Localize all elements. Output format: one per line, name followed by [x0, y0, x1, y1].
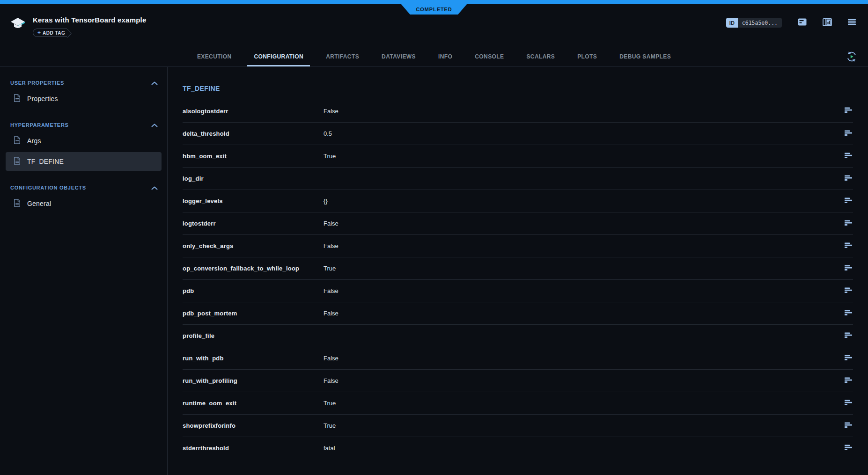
parameter-actions-button[interactable]: [842, 422, 853, 430]
tab-label: DATAVIEWS: [382, 53, 416, 60]
parameter-value: False: [324, 310, 842, 317]
parameter-row: logtostderr False: [183, 212, 853, 234]
parameter-actions-button[interactable]: [842, 130, 853, 138]
parameter-row: alsologtostderr False: [183, 100, 853, 122]
parameter-actions-button[interactable]: [842, 175, 853, 183]
section-title: TF_DEFINE: [183, 85, 853, 92]
sidebar-section: USER PROPERTIES Properties: [0, 78, 167, 108]
parameter-actions-button[interactable]: [842, 355, 853, 362]
parameter-actions-button[interactable]: [842, 242, 853, 250]
filter-lines-icon: [844, 107, 853, 115]
tab-artifacts[interactable]: ARTIFACTS: [319, 47, 366, 66]
parameter-row: pdb_post_mortem False: [183, 302, 853, 324]
parameter-key: logtostderr: [183, 220, 324, 227]
tab-console[interactable]: CONSOLE: [468, 47, 510, 66]
tab-label: ARTIFACTS: [326, 53, 359, 60]
parameter-key: run_with_pdb: [183, 355, 324, 362]
parameter-value: True: [324, 153, 842, 160]
parameter-key: log_dir: [183, 175, 324, 182]
tab-dataviews[interactable]: DATAVIEWS: [375, 47, 422, 66]
filter-lines-icon: [844, 445, 853, 452]
parameter-actions-button[interactable]: [842, 400, 853, 407]
plus-icon: +: [37, 29, 41, 36]
parameter-actions-button[interactable]: [842, 310, 853, 317]
id-chip-label: ID: [726, 18, 738, 28]
tab-debug-samples[interactable]: DEBUG SAMPLES: [613, 47, 677, 66]
parameter-actions-button[interactable]: [842, 153, 853, 160]
sidebar-item-args[interactable]: Args: [6, 132, 162, 150]
filter-lines-icon: [844, 310, 853, 317]
filter-lines-icon: [844, 242, 853, 250]
notes-button[interactable]: [798, 18, 807, 27]
parameter-value: True: [324, 400, 842, 407]
parameter-row: delta_threshold 0.5: [183, 122, 853, 145]
status-badge: COMPLETED: [401, 4, 467, 15]
parameter-row: stderrthreshold fatal: [183, 437, 853, 459]
parameter-row: runtime_oom_exit True: [183, 392, 853, 414]
parameter-key: alsologtostderr: [183, 108, 324, 115]
sidebar-item-tf-define[interactable]: TF_DEFINE: [6, 152, 162, 171]
parameter-actions-button[interactable]: [842, 377, 853, 385]
sidebar-item-label: TF_DEFINE: [27, 158, 64, 165]
parameter-actions-button[interactable]: [842, 445, 853, 452]
tab-plots[interactable]: PLOTS: [571, 47, 603, 66]
experiment-title: Keras with TensorBoard example: [33, 16, 146, 24]
sidebar-section-header[interactable]: HYPERPARAMETERS: [0, 120, 167, 130]
sidebar-item-general[interactable]: General: [6, 194, 162, 213]
parameter-list: alsologtostderr False delta_threshold 0.…: [183, 100, 853, 459]
tab-execution[interactable]: EXECUTION: [191, 47, 238, 66]
menu-button[interactable]: [848, 19, 856, 27]
parameter-actions-button[interactable]: [842, 107, 853, 115]
parameter-value: False: [324, 108, 842, 115]
chevron-up-icon[interactable]: [151, 183, 158, 192]
tab-label: SCALARS: [526, 53, 555, 60]
parameter-row: run_with_profiling False: [183, 369, 853, 392]
parameter-actions-button[interactable]: [842, 265, 853, 272]
filter-lines-icon: [844, 422, 853, 430]
parameter-key: pdb: [183, 287, 324, 294]
parameter-value: {}: [324, 197, 842, 205]
hamburger-menu-icon: [848, 19, 856, 27]
chevron-up-icon[interactable]: [151, 79, 158, 87]
sidebar-section-header[interactable]: USER PROPERTIES: [0, 78, 167, 88]
tab-bar-tabs: EXECUTION CONFIGURATION ARTIFACTS DATAVI…: [191, 47, 677, 66]
info-panel-toggle-button[interactable]: [823, 18, 832, 28]
filter-lines-icon: [844, 332, 853, 340]
tab-scalars[interactable]: SCALARS: [520, 47, 561, 66]
parameter-row: op_conversion_fallback_to_while_loop Tru…: [183, 257, 853, 279]
add-tag-button[interactable]: + ADD TAG: [33, 29, 67, 37]
sidebar-section-title: USER PROPERTIES: [10, 80, 64, 86]
tab-configuration[interactable]: CONFIGURATION: [247, 47, 310, 66]
parameter-actions-button[interactable]: [842, 287, 853, 295]
filter-lines-icon: [844, 355, 853, 362]
sidebar-section: CONFIGURATION OBJECTS General: [0, 183, 167, 213]
parameter-actions-button[interactable]: [842, 220, 853, 227]
auto-refresh-button[interactable]: [846, 51, 858, 64]
experiment-id-chip[interactable]: ID c615a5e0...: [726, 18, 782, 28]
parameter-key: delta_threshold: [183, 130, 324, 137]
parameter-row: profile_file: [183, 324, 853, 347]
id-chip-value: c615a5e0...: [738, 18, 782, 28]
sidebar-item-properties[interactable]: Properties: [6, 89, 162, 108]
sidebar-item-label: Args: [27, 137, 41, 145]
parameter-key: profile_file: [183, 332, 324, 339]
parameter-actions-button[interactable]: [842, 197, 853, 205]
chevron-up-icon[interactable]: [151, 121, 158, 129]
parameter-row: hbm_oom_exit True: [183, 145, 853, 167]
parameter-row: showprefixforinfo True: [183, 414, 853, 437]
parameter-row: run_with_pdb False: [183, 347, 853, 369]
tab-label: DEBUG SAMPLES: [619, 53, 671, 60]
info-panel-icon: [823, 18, 832, 28]
parameter-value: False: [324, 242, 842, 249]
tab-label: CONSOLE: [475, 53, 504, 60]
tab-info[interactable]: INFO: [432, 47, 459, 66]
sidebar-section-title: HYPERPARAMETERS: [10, 122, 69, 128]
filter-lines-icon: [844, 220, 853, 227]
parameter-key: hbm_oom_exit: [183, 153, 324, 160]
parameter-actions-button[interactable]: [842, 332, 853, 340]
parameter-key: showprefixforinfo: [183, 422, 324, 429]
parameter-key: runtime_oom_exit: [183, 400, 324, 407]
tab-label: PLOTS: [577, 53, 597, 60]
sidebar-section-header[interactable]: CONFIGURATION OBJECTS: [0, 183, 167, 192]
configuration-panel: TF_DEFINE alsologtostderr False delta_th…: [168, 67, 868, 475]
